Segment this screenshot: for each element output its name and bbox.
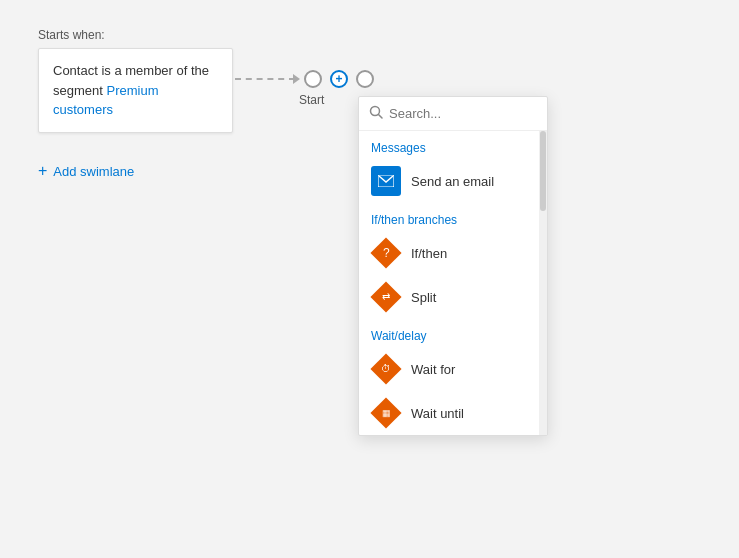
search-input[interactable] [389, 106, 537, 121]
send-email-icon [371, 166, 401, 196]
panel-inner: Messages Send an email If/then branches … [359, 131, 547, 435]
menu-item-wait-for[interactable]: ⏱ Wait for [359, 347, 547, 391]
svg-line-1 [379, 115, 383, 119]
dashed-line [235, 78, 295, 80]
wait-for-label: Wait for [411, 362, 455, 377]
wait-for-icon-glyph: ⏱ [381, 364, 391, 374]
add-swimlane-button[interactable]: + Add swimlane [38, 162, 134, 180]
ifthen-label: If/then [411, 246, 447, 261]
arrow-icon [293, 74, 300, 84]
section-wait-label: Wait/delay [359, 319, 547, 347]
send-email-label: Send an email [411, 174, 494, 189]
wait-for-icon-wrap: ⏱ [371, 354, 401, 384]
menu-item-wait-until[interactable]: ▦ Wait until [359, 391, 547, 435]
section-ifthen-label: If/then branches [359, 203, 547, 231]
wait-for-icon: ⏱ [370, 353, 401, 384]
flow-node-plus[interactable]: + [330, 70, 348, 88]
menu-item-split[interactable]: ⇄ Split [359, 275, 547, 319]
ifthen-icon-glyph: ? [383, 247, 390, 259]
split-icon: ⇄ [370, 281, 401, 312]
action-dropdown-panel: Messages Send an email If/then branches … [358, 96, 548, 436]
flow-node-1 [304, 70, 322, 88]
split-label: Split [411, 290, 436, 305]
section-messages-label: Messages [359, 131, 547, 159]
scrollbar-thumb[interactable] [540, 131, 546, 211]
ifthen-icon: ? [370, 237, 401, 268]
search-icon [369, 105, 383, 122]
wait-until-icon-glyph: ▦ [382, 409, 391, 418]
split-icon-wrap: ⇄ [371, 282, 401, 312]
start-label: Start [299, 93, 324, 107]
wait-until-icon-wrap: ▦ [371, 398, 401, 428]
search-bar [359, 97, 547, 131]
ifthen-icon-wrap: ? [371, 238, 401, 268]
add-swimlane-label: Add swimlane [53, 164, 134, 179]
wait-until-icon: ▦ [370, 397, 401, 428]
starts-when-label: Starts when: [38, 28, 105, 42]
plus-icon: + [38, 162, 47, 180]
split-icon-glyph: ⇄ [382, 292, 390, 302]
flow-connector: + [235, 70, 378, 88]
menu-item-ifthen[interactable]: ? If/then [359, 231, 547, 275]
trigger-box: Contact is a member of the segment Premi… [38, 48, 233, 133]
wait-until-label: Wait until [411, 406, 464, 421]
flow-node-2 [356, 70, 374, 88]
canvas: Starts when: Contact is a member of the … [0, 0, 739, 558]
menu-item-send-email[interactable]: Send an email [359, 159, 547, 203]
scrollbar-track [539, 131, 547, 435]
